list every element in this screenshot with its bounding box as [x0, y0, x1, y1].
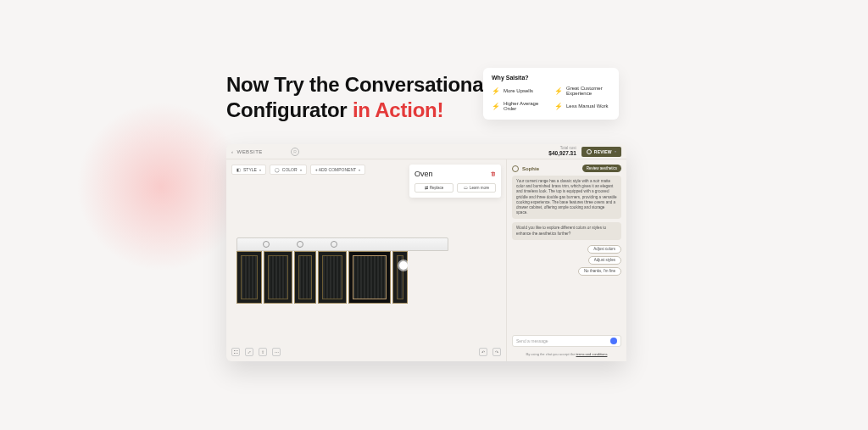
back-icon[interactable]: ‹	[231, 149, 233, 154]
viewer-pane: ◧ STYLE ▾ ◯ COLOR ▾ + ADD COMPONENT ▾ Ov…	[226, 159, 506, 361]
breadcrumb[interactable]: WEBSITE	[236, 149, 262, 154]
review-icon	[587, 149, 592, 154]
bolt-icon: ⚡	[554, 87, 563, 95]
range-cabinet[interactable]	[294, 251, 316, 304]
fullscreen-icon[interactable]: ⛶	[231, 348, 240, 356]
assistant-avatar	[512, 165, 519, 172]
range-cabinet[interactable]	[392, 251, 408, 304]
headline-accent: in Action!	[353, 98, 443, 121]
component-title: Oven	[415, 170, 433, 178]
range-model	[236, 237, 448, 304]
color-icon: ◯	[275, 167, 280, 172]
chevron-down-icon: ▾	[300, 168, 302, 172]
range-cabinet[interactable]	[236, 251, 262, 304]
chat-composer[interactable]: Send a message	[512, 335, 621, 347]
headline-line1: Now Try the Conversational	[226, 72, 489, 98]
why-title: Why Salsita?	[492, 75, 610, 81]
chat-terms: By using the chat you accept the terms a…	[512, 352, 621, 356]
bolt-icon: ⚡	[492, 103, 500, 110]
viewer-toolbar: ⛶ ⤢ ⇪ ⋯ ↶ ↷	[231, 344, 501, 356]
why-card: Why Salsita? ⚡More Upsells ⚡Great Custom…	[483, 68, 619, 120]
suggestion-list: Adjust colors Adjust styles No thanks, I…	[512, 245, 621, 276]
chevron-down-icon: ▾	[259, 168, 261, 172]
why-item: ⚡Great Customer Experience	[554, 86, 610, 96]
chat-pane: Sophie Review aesthetics Your current ra…	[506, 159, 626, 361]
headline-line2: Configurator in Action!	[226, 98, 489, 123]
share-icon[interactable]: ⇪	[259, 348, 267, 356]
background-glow	[76, 102, 246, 271]
chevron-down-icon: ▾	[359, 168, 360, 172]
section-headline: Now Try the Conversational Configurator …	[226, 72, 489, 123]
configurator-app: ‹ WEBSITE R Total cost $40,927.31 REVIEW…	[226, 144, 626, 361]
range-oven-selected[interactable]	[348, 251, 391, 304]
chevron-down-icon: ▾	[615, 149, 616, 154]
terms-link[interactable]: terms and conditions	[576, 352, 608, 356]
total-cost: Total cost $40,927.31	[548, 147, 576, 156]
suggestion-chip[interactable]: Adjust styles	[588, 256, 621, 265]
why-item: ⚡Higher Average Order	[492, 101, 548, 111]
color-dropdown[interactable]: ◯ COLOR ▾	[270, 165, 307, 175]
why-item: ⚡More Upsells	[492, 86, 548, 96]
add-component-dropdown[interactable]: + ADD COMPONENT ▾	[310, 165, 365, 175]
range-cooktop	[236, 237, 448, 251]
bolt-icon: ⚡	[554, 103, 563, 110]
palette-icon: ◧	[236, 167, 241, 172]
more-icon[interactable]: ⋯	[272, 348, 281, 356]
burner-icon	[263, 241, 270, 248]
hotspot-marker[interactable]	[399, 261, 408, 270]
bolt-icon: ⚡	[492, 87, 500, 95]
user-message-chip: Review aesthetics	[582, 165, 621, 172]
composer-placeholder: Send a message	[516, 338, 548, 343]
redo-icon[interactable]: ↷	[492, 348, 501, 356]
range-cabinet[interactable]	[318, 251, 347, 304]
style-dropdown[interactable]: ◧ STYLE ▾	[231, 165, 266, 175]
suggestion-chip[interactable]: No thanks, I'm fine	[578, 267, 621, 276]
undo-icon[interactable]: ↶	[479, 348, 487, 356]
app-topbar: ‹ WEBSITE R Total cost $40,927.31 REVIEW…	[226, 144, 626, 159]
why-item: ⚡Less Manual Work	[554, 101, 610, 111]
assistant-name: Sophie	[522, 166, 539, 171]
trash-icon[interactable]: 🗑	[491, 171, 496, 176]
chat-header: Sophie Review aesthetics	[512, 165, 621, 172]
review-button[interactable]: REVIEW ▾	[581, 147, 621, 157]
assistant-message: Your current range has a classic style w…	[512, 176, 621, 219]
product-canvas[interactable]	[231, 180, 501, 344]
burner-icon	[331, 241, 337, 248]
brand-logo: R	[291, 148, 299, 156]
burner-icon	[297, 241, 303, 248]
measure-icon[interactable]: ⤢	[245, 348, 253, 356]
send-icon[interactable]	[610, 338, 617, 344]
range-cabinet[interactable]	[264, 251, 292, 304]
assistant-message: Would you like to explore different colo…	[512, 222, 621, 239]
suggestion-chip[interactable]: Adjust colors	[587, 245, 621, 254]
